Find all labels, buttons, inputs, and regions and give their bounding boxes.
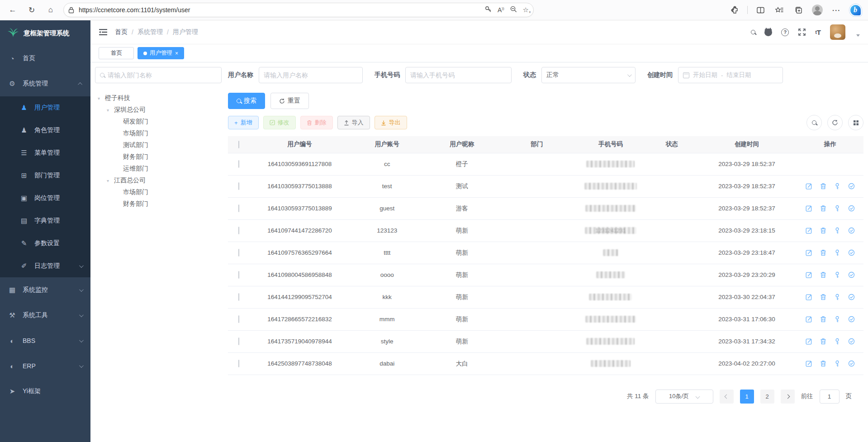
column-grid-icon[interactable]	[848, 115, 863, 130]
edit-icon[interactable]	[806, 271, 812, 278]
profile-icon[interactable]	[811, 4, 824, 16]
delete-icon[interactable]	[820, 249, 826, 256]
collections-icon[interactable]	[792, 4, 805, 16]
split-screen-icon[interactable]	[754, 4, 767, 16]
row-checkbox[interactable]	[238, 204, 239, 212]
search-icon[interactable]	[751, 30, 755, 34]
assign-role-icon[interactable]	[848, 227, 855, 234]
home-icon[interactable]: ⌂	[44, 4, 57, 16]
edit-icon[interactable]	[806, 249, 812, 256]
sidebar-item[interactable]: ⚒ 系统工具	[0, 303, 90, 328]
tree-caret-icon[interactable]: ▾	[107, 108, 111, 113]
sidebar-subitem[interactable]: ▤ 字典管理	[0, 209, 90, 232]
page-tab[interactable]: 首页 ×	[99, 47, 134, 59]
github-icon[interactable]	[764, 29, 772, 36]
sidebar-subitem[interactable]: ⊞ 部门管理	[0, 164, 90, 187]
page-number-button[interactable]: 1	[740, 390, 754, 404]
url-text[interactable]: https://ccnetcore.com:1101/system/user	[79, 6, 480, 14]
sidebar-item[interactable]: ▦ 系统监控	[0, 277, 90, 303]
avatar-caret-icon[interactable]	[856, 34, 860, 37]
bing-copilot-icon[interactable]: b	[849, 4, 862, 16]
tree-node[interactable]: ▾ 财务部门	[95, 151, 222, 163]
edit-icon[interactable]	[806, 294, 812, 300]
tree-node[interactable]: ▾ 市场部门	[95, 128, 222, 139]
favorite-star-add-icon[interactable]: ☆+	[523, 6, 529, 14]
tree-node[interactable]: ▾ 江西总公司	[95, 175, 222, 186]
sidebar-item[interactable]: ◔ 首页	[0, 46, 90, 71]
reset-button[interactable]: 重置	[270, 93, 309, 109]
page-tab[interactable]: 用户管理 ×	[138, 47, 184, 59]
sidebar-item[interactable]: ⚙ 系统管理	[0, 71, 90, 96]
tree-caret-icon[interactable]: ▾	[107, 178, 111, 183]
sidebar-item[interactable]: ◐ ERP	[0, 353, 90, 379]
row-checkbox[interactable]	[238, 271, 239, 279]
page-number-button[interactable]: 2	[760, 390, 774, 404]
assign-role-icon[interactable]	[848, 338, 855, 345]
sidebar-subitem[interactable]: ☰ 菜单管理	[0, 142, 90, 164]
delete-button[interactable]: 删除	[300, 116, 333, 129]
sidebar-subitem[interactable]: ♟ 角色管理	[0, 119, 90, 142]
tab-close-icon[interactable]: ×	[175, 50, 178, 57]
edit-icon[interactable]	[806, 338, 812, 345]
zoom-out-icon[interactable]	[510, 5, 517, 14]
sidebar-item[interactable]: ➤ Yi框架	[0, 379, 90, 404]
assign-role-icon[interactable]	[848, 294, 855, 300]
row-checkbox[interactable]	[238, 160, 239, 168]
assign-role-icon[interactable]	[848, 249, 855, 256]
assign-role-icon[interactable]	[848, 271, 855, 278]
reset-password-icon[interactable]	[834, 360, 840, 367]
row-checkbox[interactable]	[238, 249, 239, 257]
tree-caret-icon[interactable]: ▾	[98, 96, 102, 101]
read-aloud-icon[interactable]: A))	[498, 6, 504, 14]
date-range-picker[interactable]: 开始日期 - 结束日期	[678, 67, 783, 83]
reset-password-icon[interactable]	[834, 338, 840, 345]
export-button[interactable]: 导出	[375, 116, 407, 129]
refresh-circle-icon[interactable]	[827, 115, 843, 130]
delete-icon[interactable]	[820, 360, 826, 367]
edit-button[interactable]: 修改	[263, 116, 296, 129]
tree-node[interactable]: ▾ 测试部门	[95, 139, 222, 151]
status-select[interactable]: 正常	[541, 67, 636, 83]
delete-icon[interactable]	[820, 316, 826, 323]
row-checkbox[interactable]	[238, 182, 239, 190]
next-page-button[interactable]	[781, 390, 795, 404]
favorites-bar-icon[interactable]	[773, 4, 786, 16]
username-input[interactable]	[264, 71, 358, 79]
refresh-icon[interactable]: ↻	[25, 4, 38, 16]
tree-node[interactable]: ▾ 市场部门	[95, 186, 222, 198]
import-button[interactable]: 导入	[337, 116, 370, 129]
reset-password-icon[interactable]	[834, 249, 840, 256]
password-key-icon[interactable]	[484, 5, 492, 14]
search-circle-icon[interactable]	[806, 115, 822, 130]
fullscreen-icon[interactable]	[798, 28, 806, 36]
more-menu-icon[interactable]: ⋯	[830, 4, 843, 16]
breadcrumb-system[interactable]: 系统管理	[138, 28, 163, 36]
help-icon[interactable]: ?	[781, 29, 789, 36]
app-logo[interactable]: 意框架管理系统	[0, 20, 90, 46]
reset-password-icon[interactable]	[834, 271, 840, 278]
assign-role-icon[interactable]	[848, 316, 855, 323]
add-button[interactable]: +新增	[228, 116, 259, 129]
delete-icon[interactable]	[820, 227, 826, 234]
tree-node[interactable]: ▾ 深圳总公司	[95, 104, 222, 116]
address-bar[interactable]: https://ccnetcore.com:1101/system/user A…	[63, 3, 534, 17]
user-avatar[interactable]	[830, 24, 845, 40]
back-icon[interactable]: ←	[6, 4, 19, 16]
delete-icon[interactable]	[820, 338, 826, 345]
delete-icon[interactable]	[820, 294, 826, 300]
reset-password-icon[interactable]	[834, 316, 840, 323]
delete-icon[interactable]	[820, 205, 826, 212]
row-checkbox[interactable]	[238, 315, 239, 323]
edit-icon[interactable]	[806, 205, 812, 212]
reset-password-icon[interactable]	[834, 183, 840, 190]
assign-role-icon[interactable]	[848, 183, 855, 190]
edit-icon[interactable]	[806, 183, 812, 190]
delete-icon[interactable]	[820, 183, 826, 190]
page-size-select[interactable]: 10条/页	[655, 390, 713, 404]
edit-icon[interactable]	[806, 316, 812, 323]
sidebar-subitem[interactable]: ✐ 日志管理	[0, 255, 90, 277]
tree-node[interactable]: ▾ 运维部门	[95, 163, 222, 175]
tree-node[interactable]: ▾ 橙子科技	[95, 92, 222, 104]
collapse-sidebar-icon[interactable]	[99, 29, 108, 36]
reset-password-icon[interactable]	[834, 294, 840, 300]
